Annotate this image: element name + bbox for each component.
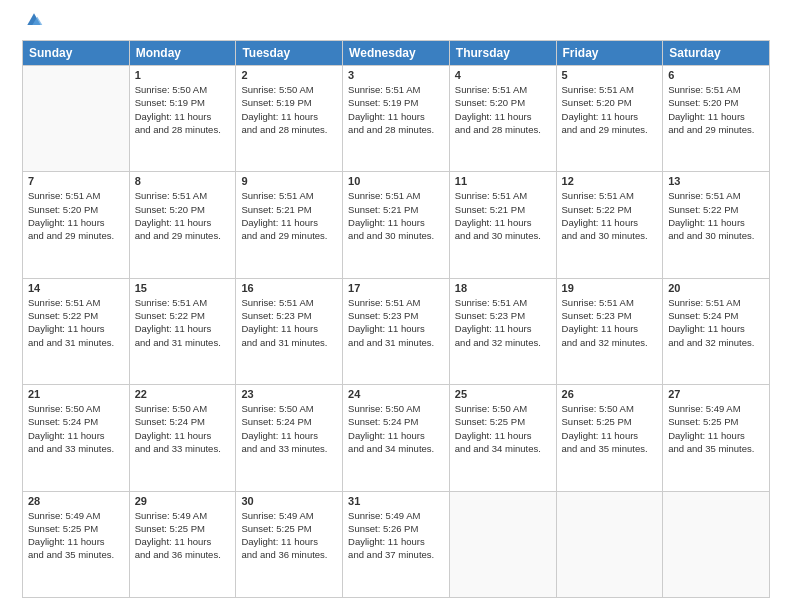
day-info-line: Sunrise: 5:51 AM xyxy=(348,296,444,309)
day-info-line: Daylight: 11 hours xyxy=(241,322,337,335)
day-info-line: Daylight: 11 hours xyxy=(135,216,231,229)
calendar-day-cell: 24Sunrise: 5:50 AMSunset: 5:24 PMDayligh… xyxy=(343,385,450,491)
day-info-line: Daylight: 11 hours xyxy=(562,216,658,229)
calendar-day-cell: 19Sunrise: 5:51 AMSunset: 5:23 PMDayligh… xyxy=(556,278,663,384)
day-info-line: Daylight: 11 hours xyxy=(455,110,551,123)
day-number: 23 xyxy=(241,388,337,400)
day-info-line: Sunset: 5:24 PM xyxy=(241,415,337,428)
day-number: 2 xyxy=(241,69,337,81)
day-info-line: Daylight: 11 hours xyxy=(562,322,658,335)
day-info-line: Daylight: 11 hours xyxy=(562,110,658,123)
day-number: 27 xyxy=(668,388,764,400)
logo-icon xyxy=(24,10,44,30)
day-info: Sunrise: 5:51 AMSunset: 5:23 PMDaylight:… xyxy=(562,296,658,349)
calendar-week-row: 7Sunrise: 5:51 AMSunset: 5:20 PMDaylight… xyxy=(23,172,770,278)
calendar-day-cell xyxy=(23,66,130,172)
calendar-day-cell: 11Sunrise: 5:51 AMSunset: 5:21 PMDayligh… xyxy=(449,172,556,278)
day-info: Sunrise: 5:51 AMSunset: 5:21 PMDaylight:… xyxy=(455,189,551,242)
day-info-line: Sunset: 5:23 PM xyxy=(562,309,658,322)
day-info-line: Sunset: 5:21 PM xyxy=(241,203,337,216)
day-info-line: and and 35 minutes. xyxy=(562,442,658,455)
day-info-line: and and 36 minutes. xyxy=(241,548,337,561)
day-info-line: Sunrise: 5:51 AM xyxy=(562,189,658,202)
calendar-day-cell: 29Sunrise: 5:49 AMSunset: 5:25 PMDayligh… xyxy=(129,491,236,597)
day-info: Sunrise: 5:51 AMSunset: 5:22 PMDaylight:… xyxy=(562,189,658,242)
day-info: Sunrise: 5:51 AMSunset: 5:22 PMDaylight:… xyxy=(668,189,764,242)
day-info-line: Sunset: 5:20 PM xyxy=(562,96,658,109)
day-info: Sunrise: 5:49 AMSunset: 5:26 PMDaylight:… xyxy=(348,509,444,562)
calendar-header-cell: Wednesday xyxy=(343,41,450,66)
day-info-line: Sunrise: 5:51 AM xyxy=(668,83,764,96)
day-info-line: and and 37 minutes. xyxy=(348,548,444,561)
day-info-line: Daylight: 11 hours xyxy=(28,535,124,548)
day-info-line: and and 30 minutes. xyxy=(562,229,658,242)
day-info: Sunrise: 5:50 AMSunset: 5:24 PMDaylight:… xyxy=(135,402,231,455)
day-info: Sunrise: 5:51 AMSunset: 5:20 PMDaylight:… xyxy=(455,83,551,136)
day-info-line: Sunrise: 5:50 AM xyxy=(135,83,231,96)
day-info-line: Daylight: 11 hours xyxy=(241,429,337,442)
day-info-line: Daylight: 11 hours xyxy=(348,322,444,335)
calendar-day-cell: 7Sunrise: 5:51 AMSunset: 5:20 PMDaylight… xyxy=(23,172,130,278)
day-info-line: Sunrise: 5:50 AM xyxy=(135,402,231,415)
day-info-line: and and 30 minutes. xyxy=(668,229,764,242)
day-info-line: and and 33 minutes. xyxy=(28,442,124,455)
day-number: 8 xyxy=(135,175,231,187)
calendar-day-cell: 1Sunrise: 5:50 AMSunset: 5:19 PMDaylight… xyxy=(129,66,236,172)
day-number: 7 xyxy=(28,175,124,187)
day-number: 31 xyxy=(348,495,444,507)
day-info: Sunrise: 5:51 AMSunset: 5:23 PMDaylight:… xyxy=(241,296,337,349)
day-info: Sunrise: 5:51 AMSunset: 5:22 PMDaylight:… xyxy=(28,296,124,349)
day-info-line: Sunset: 5:22 PM xyxy=(135,309,231,322)
day-info-line: Sunset: 5:23 PM xyxy=(455,309,551,322)
day-info-line: Sunset: 5:19 PM xyxy=(241,96,337,109)
day-number: 6 xyxy=(668,69,764,81)
day-number: 30 xyxy=(241,495,337,507)
calendar-day-cell xyxy=(663,491,770,597)
calendar-day-cell: 13Sunrise: 5:51 AMSunset: 5:22 PMDayligh… xyxy=(663,172,770,278)
day-info-line: Sunset: 5:20 PM xyxy=(135,203,231,216)
day-info: Sunrise: 5:51 AMSunset: 5:23 PMDaylight:… xyxy=(455,296,551,349)
day-info-line: Daylight: 11 hours xyxy=(562,429,658,442)
day-info-line: and and 29 minutes. xyxy=(241,229,337,242)
day-info: Sunrise: 5:51 AMSunset: 5:21 PMDaylight:… xyxy=(241,189,337,242)
day-info: Sunrise: 5:49 AMSunset: 5:25 PMDaylight:… xyxy=(28,509,124,562)
calendar-day-cell: 18Sunrise: 5:51 AMSunset: 5:23 PMDayligh… xyxy=(449,278,556,384)
day-info-line: Daylight: 11 hours xyxy=(348,110,444,123)
day-info-line: Daylight: 11 hours xyxy=(668,322,764,335)
calendar-week-row: 14Sunrise: 5:51 AMSunset: 5:22 PMDayligh… xyxy=(23,278,770,384)
day-info-line: and and 31 minutes. xyxy=(241,336,337,349)
calendar-day-cell: 9Sunrise: 5:51 AMSunset: 5:21 PMDaylight… xyxy=(236,172,343,278)
calendar-day-cell: 25Sunrise: 5:50 AMSunset: 5:25 PMDayligh… xyxy=(449,385,556,491)
day-info-line: Sunset: 5:22 PM xyxy=(668,203,764,216)
day-number: 4 xyxy=(455,69,551,81)
calendar-day-cell: 27Sunrise: 5:49 AMSunset: 5:25 PMDayligh… xyxy=(663,385,770,491)
day-info-line: and and 28 minutes. xyxy=(241,123,337,136)
day-info-line: Sunset: 5:25 PM xyxy=(668,415,764,428)
day-info-line: Sunset: 5:24 PM xyxy=(135,415,231,428)
calendar-day-cell: 22Sunrise: 5:50 AMSunset: 5:24 PMDayligh… xyxy=(129,385,236,491)
day-number: 29 xyxy=(135,495,231,507)
day-info-line: and and 35 minutes. xyxy=(28,548,124,561)
day-info: Sunrise: 5:50 AMSunset: 5:25 PMDaylight:… xyxy=(455,402,551,455)
calendar-week-row: 28Sunrise: 5:49 AMSunset: 5:25 PMDayligh… xyxy=(23,491,770,597)
day-info-line: Sunset: 5:23 PM xyxy=(348,309,444,322)
day-info: Sunrise: 5:51 AMSunset: 5:21 PMDaylight:… xyxy=(348,189,444,242)
calendar-day-cell: 2Sunrise: 5:50 AMSunset: 5:19 PMDaylight… xyxy=(236,66,343,172)
day-info-line: and and 28 minutes. xyxy=(455,123,551,136)
day-info-line: Sunrise: 5:51 AM xyxy=(348,189,444,202)
day-info-line: Daylight: 11 hours xyxy=(135,429,231,442)
day-number: 22 xyxy=(135,388,231,400)
calendar-day-cell: 28Sunrise: 5:49 AMSunset: 5:25 PMDayligh… xyxy=(23,491,130,597)
day-info: Sunrise: 5:49 AMSunset: 5:25 PMDaylight:… xyxy=(135,509,231,562)
day-info-line: Sunset: 5:22 PM xyxy=(562,203,658,216)
day-info-line: Sunrise: 5:50 AM xyxy=(241,402,337,415)
calendar-day-cell: 10Sunrise: 5:51 AMSunset: 5:21 PMDayligh… xyxy=(343,172,450,278)
day-info-line: Sunset: 5:24 PM xyxy=(348,415,444,428)
day-info-line: and and 36 minutes. xyxy=(135,548,231,561)
day-info-line: Daylight: 11 hours xyxy=(348,429,444,442)
day-info-line: Daylight: 11 hours xyxy=(348,535,444,548)
day-info-line: Sunrise: 5:51 AM xyxy=(135,189,231,202)
day-info-line: Sunset: 5:25 PM xyxy=(455,415,551,428)
day-info-line: Sunset: 5:21 PM xyxy=(455,203,551,216)
day-info: Sunrise: 5:51 AMSunset: 5:20 PMDaylight:… xyxy=(135,189,231,242)
